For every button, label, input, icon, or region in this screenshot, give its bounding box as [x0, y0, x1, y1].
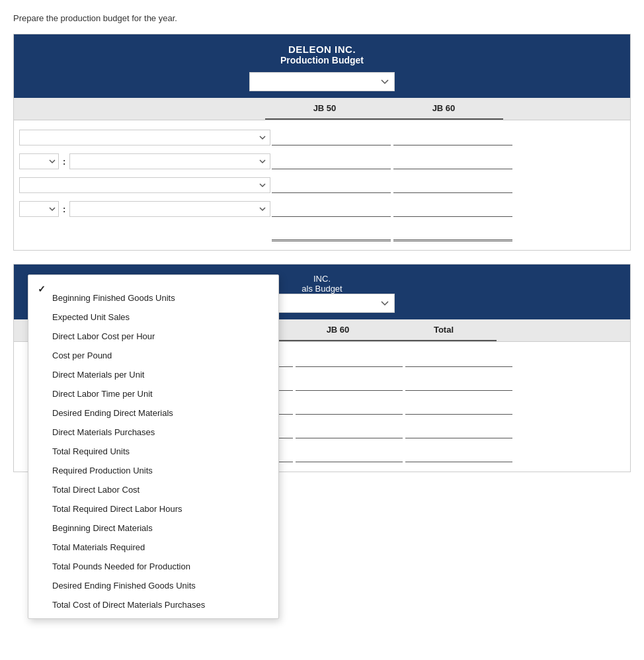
dropdown-item-9[interactable]: Required Production Units	[28, 461, 278, 480]
dropdown-item-check[interactable]	[28, 279, 278, 288]
budget-row-5	[14, 221, 630, 245]
dropdown-item-12[interactable]: Beginning Direct Materials	[28, 518, 278, 538]
dropdown-item-16[interactable]: Total Cost of Direct Materials Purchases	[28, 595, 278, 614]
row3-label-select[interactable]	[19, 177, 270, 193]
budget-row-2: :	[14, 149, 630, 173]
dropdown-item-10[interactable]: Total Direct Labor Cost	[28, 480, 278, 499]
row4-label-select[interactable]	[69, 201, 270, 217]
dm-col-header-jb60: JB 60	[285, 319, 391, 341]
row1-jb60-input[interactable]	[393, 130, 512, 145]
row2-jb50-input[interactable]	[272, 154, 391, 169]
page-wrapper: Prepare the production budget for the ye…	[0, 0, 644, 660]
dm-row1-jb60-input[interactable]	[296, 352, 403, 367]
dropdown-item-1[interactable]: Expected Unit Sales	[28, 308, 278, 327]
dm-row4-jb60-input[interactable]	[296, 423, 403, 438]
budget-row-3	[14, 173, 630, 197]
dm-row5-jb60-input[interactable]	[296, 447, 403, 462]
production-budget-card: DELEON INC. Production Budget JB 50 JB 6…	[13, 34, 631, 251]
row2-label-select[interactable]	[69, 153, 270, 169]
row4-jb60-input[interactable]	[393, 202, 512, 217]
dropdown-item-2[interactable]: Direct Labor Cost per Hour	[28, 327, 278, 346]
dropdown-item-7[interactable]: Direct Materials Purchases	[28, 423, 278, 442]
dm-row3-total-input[interactable]	[405, 399, 512, 415]
budget-row-1	[14, 126, 630, 149]
dropdown-item-0[interactable]: Beginning Finished Goods Units	[28, 288, 278, 308]
budget-body: :	[14, 120, 630, 250]
dm-row2-total-input[interactable]	[405, 376, 512, 391]
dropdown-item-5[interactable]: Direct Labor Time per Unit	[28, 384, 278, 403]
intro-text: Prepare the production budget for the ye…	[13, 13, 631, 23]
row4-small-select[interactable]	[19, 201, 59, 217]
dropdown-item-14[interactable]: Total Pounds Needed for Production	[28, 557, 278, 576]
dm-row2-jb60-input[interactable]	[296, 376, 403, 391]
row4-label-area: :	[19, 201, 270, 217]
dm-row4-total-input[interactable]	[405, 423, 512, 438]
row3-label-area	[19, 177, 270, 193]
row5-jb60-input[interactable]	[393, 225, 512, 241]
row3-jb50-input[interactable]	[272, 178, 391, 193]
dropdown-item-3[interactable]: Cost per Pound	[28, 346, 278, 365]
budget-title: Production Budget	[20, 55, 624, 65]
dm-row1-total-input[interactable]	[405, 352, 512, 367]
dm-col-header-total: Total	[391, 319, 497, 341]
row2-small-select[interactable]	[19, 153, 59, 169]
row1-label-area	[19, 130, 270, 145]
budget-period-select[interactable]	[249, 72, 395, 91]
dm-row3-jb60-input[interactable]	[296, 399, 403, 415]
dm-row5-total-input[interactable]	[405, 447, 512, 462]
company-name: DELEON INC.	[20, 44, 624, 55]
row4-jb50-input[interactable]	[272, 202, 391, 217]
row4-colon: :	[63, 204, 65, 214]
dropdown-item-11[interactable]: Total Required Direct Labor Hours	[28, 499, 278, 518]
row2-colon: :	[63, 157, 65, 167]
dropdown-item-4[interactable]: Direct Materials per Unit	[28, 365, 278, 384]
row5-jb50-input[interactable]	[272, 225, 391, 241]
budget-row-4: :	[14, 197, 630, 221]
col-header-jb50: JB 50	[265, 98, 384, 120]
dropdown-item-8[interactable]: Total Required Units	[28, 442, 278, 461]
production-budget-header: DELEON INC. Production Budget	[14, 34, 630, 98]
col-header-jb60: JB 60	[384, 98, 503, 120]
row1-jb50-input[interactable]	[272, 130, 391, 145]
col-spacer	[14, 98, 265, 120]
row2-jb60-input[interactable]	[393, 154, 512, 169]
row1-label-select[interactable]	[19, 130, 270, 145]
dropdown-item-15[interactable]: Desired Ending Finished Goods Units	[28, 576, 278, 595]
col-headers-row: JB 50 JB 60	[14, 98, 630, 120]
dropdown-item-13[interactable]: Total Materials Required	[28, 538, 278, 557]
row2-label-area: :	[19, 153, 270, 169]
dropdown-overlay: Beginning Finished Goods Units Expected …	[28, 274, 279, 619]
row3-jb60-input[interactable]	[393, 178, 512, 193]
dropdown-item-6[interactable]: Desired Ending Direct Materials	[28, 403, 278, 423]
header-dropdown-container	[249, 72, 395, 91]
